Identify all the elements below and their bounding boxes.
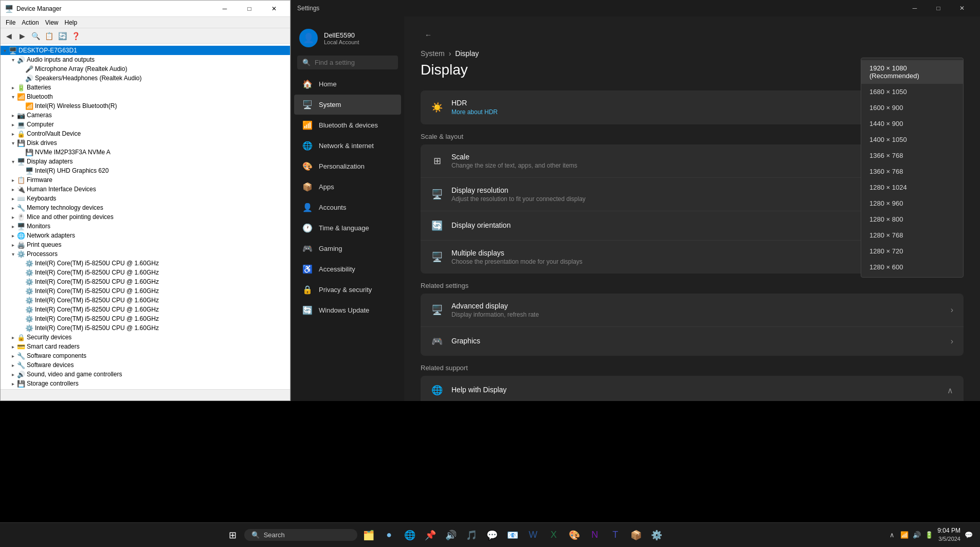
taskbar-app3[interactable]: 🎵 (462, 526, 481, 544)
tree-node[interactable]: ⚙️ Intel(R) Core(TM) i5-8250U CPU @ 1.60… (1, 323, 290, 333)
tree-node[interactable]: ▸ 🔧 Software components (1, 351, 290, 360)
toolbar-back[interactable]: ◀ (3, 30, 15, 42)
taskbar-excel[interactable]: X (545, 526, 563, 544)
sidebar-item-network[interactable]: 🌐 Network & internet (294, 136, 401, 156)
taskbar-app7[interactable]: 📦 (627, 526, 645, 544)
tree-node[interactable]: ▾ 🔊 Audio inputs and outputs (1, 55, 290, 64)
settings-minimize-btn[interactable]: ─ (903, 0, 927, 16)
back-button[interactable]: ← (421, 29, 436, 41)
close-button[interactable]: ✕ (262, 1, 286, 17)
help-with-display-header[interactable]: 🌐 Help with Display ∧ (421, 376, 964, 401)
tree-node[interactable]: 🎤 Microphone Array (Realtek Audio) (1, 64, 290, 74)
tree-node[interactable]: ▸ ⌨️ Keyboards (1, 194, 290, 203)
toolbar-properties[interactable]: 📋 (43, 30, 55, 42)
minimize-button[interactable]: ─ (213, 1, 237, 17)
menu-file[interactable]: File (3, 18, 19, 27)
sidebar-item-time[interactable]: 🕐 Time & language (294, 218, 401, 238)
resolution-option[interactable]: 1440 × 900 (861, 116, 963, 132)
resolution-option[interactable]: 1280 × 600 (861, 259, 963, 275)
tree-node[interactable]: ▾ 🖥️ Display adapters (1, 157, 290, 166)
toolbar-refresh[interactable]: 🔄 (56, 30, 68, 42)
tree-node[interactable]: ▸ 🌐 Network adapters (1, 231, 290, 240)
tree-node[interactable]: ▾ 🖥️ DESKTOP-E7G63D1 (1, 46, 290, 55)
tray-wifi[interactable]: 📶 (899, 530, 910, 540)
tree-node[interactable]: ⚙️ Intel(R) Core(TM) i5-8250U CPU @ 1.60… (1, 286, 290, 296)
tree-node[interactable]: 🖥️ Intel(R) UHD Graphics 620 (1, 166, 290, 175)
tree-node[interactable]: ▸ 📷 Cameras (1, 111, 290, 120)
sidebar-item-bluetooth[interactable]: 📶 Bluetooth & devices (294, 115, 401, 135)
tray-battery[interactable]: 🔋 (924, 530, 934, 540)
taskbar-app6[interactable]: 🎨 (565, 526, 584, 544)
hdr-link[interactable]: More about HDR (451, 108, 498, 116)
tree-node[interactable]: ⚙️ Intel(R) Core(TM) i5-8250U CPU @ 1.60… (1, 305, 290, 314)
tree-node[interactable]: ⚙️ Intel(R) Core(TM) i5-8250U CPU @ 1.60… (1, 296, 290, 305)
settings-close-btn[interactable]: ✕ (950, 0, 974, 16)
tree-node[interactable]: ▸ 🖥️ Monitors (1, 222, 290, 231)
resolution-dropdown[interactable]: 1920 × 1080 (Recommended) 1680 × 1050 16… (861, 58, 964, 278)
tree-node[interactable]: ⚙️ Intel(R) Core(TM) i5-8250U CPU @ 1.60… (1, 259, 290, 268)
taskbar-search-bar[interactable]: 🔍 Search (244, 529, 357, 541)
tree-node[interactable]: ▸ 🔒 ControlVault Device (1, 129, 290, 138)
tree-node[interactable]: ⚙️ Intel(R) Core(TM) i5-8250U CPU @ 1.60… (1, 314, 290, 323)
resolution-option-selected[interactable]: 1920 × 1080 (Recommended) (861, 60, 963, 84)
sidebar-item-privacy[interactable]: 🔒 Privacy & security (294, 280, 401, 300)
tree-node[interactable]: ⚙️ Intel(R) Core(TM) i5-8250U CPU @ 1.60… (1, 277, 290, 286)
tree-node[interactable]: ▸ 💾 Storage controllers (1, 379, 290, 388)
tree-node[interactable]: ▸ 🔋 Batteries (1, 83, 290, 92)
tray-volume[interactable]: 🔊 (912, 530, 922, 540)
sidebar-item-update[interactable]: 🔄 Windows Update (294, 300, 401, 320)
system-clock[interactable]: 9:04 PM 3/5/2024 (937, 526, 960, 543)
sidebar-item-apps[interactable]: 📦 Apps (294, 177, 401, 197)
tree-node[interactable]: ▸ 📋 Firmware (1, 175, 290, 185)
menu-help[interactable]: Help (62, 18, 81, 27)
sidebar-item-personalization[interactable]: 🎨 Personalization (294, 156, 401, 176)
breadcrumb-parent[interactable]: System (421, 49, 445, 58)
advanced-display-setting[interactable]: 🖥️ Advanced display Display information,… (421, 294, 964, 327)
tree-node[interactable]: 📶 Intel(R) Wireless Bluetooth(R) (1, 101, 290, 111)
sidebar-item-gaming[interactable]: 🎮 Gaming (294, 239, 401, 259)
resolution-option[interactable]: 1366 × 768 (861, 148, 963, 163)
sidebar-search-input[interactable] (315, 59, 401, 66)
menu-view[interactable]: View (42, 18, 62, 27)
taskbar-app5[interactable]: 📧 (503, 526, 522, 544)
tree-node[interactable]: ▾ 📶 Bluetooth (1, 92, 290, 101)
tree-node[interactable]: ▸ 🔒 Security devices (1, 333, 290, 342)
sidebar-item-accessibility[interactable]: ♿ Accessibility (294, 259, 401, 279)
start-button[interactable]: ⊞ (224, 526, 242, 544)
resolution-option[interactable]: 1280 × 800 (861, 211, 963, 227)
tree-node[interactable]: ▸ 🔊 Sound, video and game controllers (1, 370, 290, 379)
taskbar-chrome[interactable]: 🌐 (401, 526, 419, 544)
settings-maximize-btn[interactable]: □ (927, 0, 950, 16)
tree-node[interactable]: ▸ 💻 Computer (1, 120, 290, 129)
graphics-setting[interactable]: 🎮 Graphics › (421, 327, 964, 356)
toolbar-help[interactable]: ❓ (69, 30, 82, 42)
resolution-option[interactable]: 1680 × 1050 (861, 84, 963, 100)
tree-node[interactable]: ▾ ⚙️ Processors (1, 249, 290, 259)
toolbar-forward[interactable]: ▶ (16, 30, 28, 42)
taskbar-word[interactable]: W (524, 526, 542, 544)
tree-node[interactable]: ▸ 💳 Smart card readers (1, 342, 290, 351)
tree-node[interactable]: ▸ 🖨️ Print queues (1, 240, 290, 249)
resolution-option[interactable]: 1600 × 900 (861, 100, 963, 116)
tree-node[interactable]: ▸ 🔧 Software devices (1, 360, 290, 370)
taskbar-onenote[interactable]: N (586, 526, 604, 544)
resolution-option[interactable]: 1280 × 720 (861, 243, 963, 259)
sidebar-search-inner[interactable]: 🔍 (297, 56, 398, 69)
taskbar-settings[interactable]: ⚙️ (647, 526, 666, 544)
sidebar-item-system[interactable]: 🖥️ System (294, 95, 401, 115)
resolution-option[interactable]: 1280 × 960 (861, 195, 963, 211)
sidebar-search[interactable]: 🔍 (297, 56, 398, 69)
taskbar-edge[interactable]: ● (380, 526, 398, 544)
taskbar-app1[interactable]: 📌 (421, 526, 440, 544)
taskbar-app4[interactable]: 💬 (483, 526, 501, 544)
taskbar-explorer[interactable]: 🗂️ (359, 526, 378, 544)
taskbar-teams[interactable]: T (606, 526, 625, 544)
tree-node[interactable]: ⚙️ Intel(R) Core(TM) i5-8250U CPU @ 1.60… (1, 268, 290, 277)
resolution-option[interactable]: 1280 × 1024 (861, 179, 963, 195)
tree-node[interactable]: 🔊 Speakers/Headphones (Realtek Audio) (1, 74, 290, 83)
tray-chevron[interactable]: ∧ (887, 530, 897, 540)
tree-node[interactable]: ▸ 🔌 Human Interface Devices (1, 185, 290, 194)
sidebar-item-accounts[interactable]: 👤 Accounts (294, 197, 401, 217)
taskbar-app2[interactable]: 🔊 (442, 526, 460, 544)
tree-node[interactable]: ▸ 🔧 Memory technology devices (1, 203, 290, 212)
